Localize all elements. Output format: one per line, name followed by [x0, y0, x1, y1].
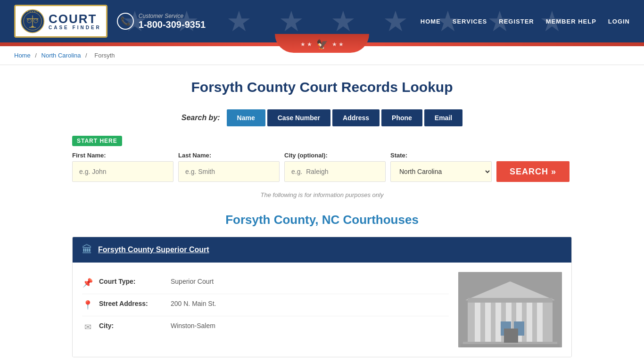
tab-case-number[interactable]: Case Number: [267, 109, 330, 126]
breadcrumb-home[interactable]: Home: [14, 52, 31, 59]
logo-text: COURT CASE FINDER: [49, 13, 101, 30]
address-value: 200 N. Main St.: [171, 300, 216, 307]
breadcrumb-county: Forsyth: [94, 52, 115, 59]
city-detail-value: Winston-Salem: [171, 322, 215, 329]
state-group: State: North Carolina Alabama Alaska Cal…: [390, 152, 492, 182]
courthouse-body: 📌 Court Type: Superior Court 📍 Street Ad…: [73, 263, 571, 357]
svg-text:★ ★ ★ ★ ★: ★ ★ ★ ★ ★: [27, 10, 39, 13]
svg-rect-26: [504, 329, 518, 343]
tab-name[interactable]: Name: [227, 109, 265, 126]
last-name-input[interactable]: [178, 161, 280, 182]
search-button[interactable]: SEARCH »: [496, 161, 570, 182]
city-icon: ✉: [82, 322, 93, 332]
main-content: Forsyth County Court Records Lookup Sear…: [63, 65, 581, 362]
last-name-label: Last Name:: [178, 152, 280, 159]
city-input[interactable]: [284, 161, 386, 182]
city-group: City (optional):: [284, 152, 386, 182]
logo-emblem-icon: ★ ★ ★ ★ ★: [20, 9, 45, 33]
first-name-label: First Name:: [72, 152, 173, 159]
detail-row-city: ✉ City: Winston-Salem: [82, 316, 449, 338]
last-name-group: Last Name:: [178, 152, 280, 182]
tab-phone[interactable]: Phone: [381, 109, 422, 126]
courthouse-building-svg: [458, 272, 562, 347]
search-by-label: Search by:: [182, 114, 220, 122]
detail-row-court-type: 📌 Court Type: Superior Court: [82, 272, 449, 294]
courthouse-image: [458, 272, 562, 347]
wave-center-decoration: ★ ★ 🦅 ★ ★: [275, 34, 369, 53]
nav-services[interactable]: SERVICES: [453, 18, 487, 25]
breadcrumb-state[interactable]: North Carolina: [41, 52, 81, 59]
nav-home[interactable]: HOME: [421, 18, 441, 25]
nav-member-help[interactable]: MEMBER HELP: [546, 18, 596, 25]
svg-rect-13: [475, 303, 480, 343]
svg-rect-14: [485, 303, 491, 343]
state-select[interactable]: North Carolina Alabama Alaska California…: [390, 161, 492, 182]
svg-rect-19: [537, 303, 543, 343]
main-nav: HOME SERVICES REGISTER MEMBER HELP LOGIN: [421, 18, 630, 25]
breadcrumb-separator-2: /: [85, 52, 89, 59]
logo-court-text: COURT: [49, 13, 97, 25]
address-icon: 📍: [82, 300, 93, 310]
cs-phone: 1-800-309-9351: [139, 19, 206, 30]
cs-label: Customer Service: [139, 13, 206, 19]
courthouse-header: 🏛 Forsyth County Superior Court: [73, 237, 571, 263]
tab-address[interactable]: Address: [332, 109, 380, 126]
city-detail-label: City:: [99, 322, 165, 329]
courthouses-title: Forsyth County, NC Courthouses: [72, 213, 572, 227]
svg-rect-21: [468, 298, 553, 303]
court-type-icon: 📌: [82, 278, 93, 288]
wave-bar: ★ ★ 🦅 ★ ★: [0, 42, 644, 46]
logo-case-finder-text: CASE FINDER: [49, 25, 101, 30]
wave-stars-right: ★ ★: [332, 41, 344, 48]
page-title: Forsyth County Court Records Lookup: [72, 79, 572, 95]
courthouse-card: 🏛 Forsyth County Superior Court 📌 Court …: [72, 237, 572, 357]
breadcrumb-separator-1: /: [35, 52, 38, 59]
wave-stars-left: ★ ★: [300, 41, 312, 48]
address-label: Street Address:: [99, 300, 165, 307]
info-text: The following is for information purpose…: [72, 191, 572, 198]
tab-email[interactable]: Email: [424, 109, 462, 126]
svg-rect-23: [461, 344, 560, 347]
customer-service: 📞 Customer Service 1-800-309-9351: [117, 13, 206, 30]
svg-rect-18: [527, 303, 532, 343]
state-label: State:: [390, 152, 492, 159]
nav-register[interactable]: REGISTER: [499, 18, 534, 25]
nav-login[interactable]: LOGIN: [608, 18, 630, 25]
first-name-input[interactable]: [72, 161, 173, 182]
court-type-value: Superior Court: [171, 278, 214, 285]
courthouse-name-link[interactable]: Forsyth County Superior Court: [98, 246, 209, 254]
start-here-badge: START HERE: [72, 136, 122, 146]
courthouse-details: 📌 Court Type: Superior Court 📍 Street Ad…: [82, 272, 449, 347]
search-by-row: Search by: Name Case Number Address Phon…: [72, 109, 572, 126]
first-name-group: First Name:: [72, 152, 173, 182]
cs-text: Customer Service 1-800-309-9351: [139, 13, 206, 30]
header-left: ★ ★ ★ ★ ★ COURT CASE FINDER 📞 Customer S…: [14, 5, 206, 38]
detail-row-address: 📍 Street Address: 200 N. Main St.: [82, 294, 449, 316]
search-form: First Name: Last Name: City (optional): …: [72, 152, 572, 182]
court-type-label: Court Type:: [99, 278, 165, 285]
eagle-icon: 🦅: [316, 39, 328, 50]
phone-icon: 📞: [117, 13, 134, 30]
svg-rect-15: [495, 303, 501, 343]
courthouse-icon: 🏛: [82, 244, 92, 256]
city-label: City (optional):: [284, 152, 386, 159]
logo-box[interactable]: ★ ★ ★ ★ ★ COURT CASE FINDER: [14, 5, 107, 38]
